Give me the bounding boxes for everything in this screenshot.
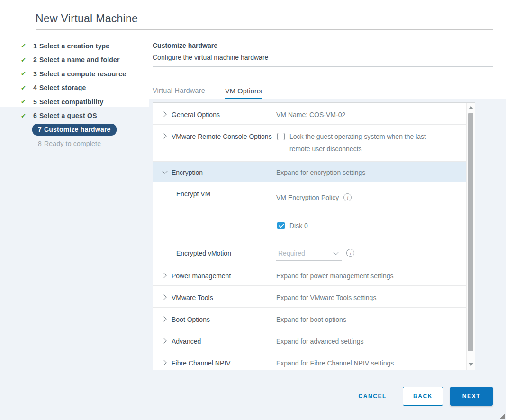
chevron-right-icon[interactable] — [161, 338, 166, 343]
row-label-cell: General Options — [153, 109, 276, 124]
row-vmrc-options[interactable]: VMware Remote Console OptionsLock the gu… — [153, 125, 467, 162]
row-label-cell: Encrypt VM — [153, 188, 276, 207]
next-button[interactable]: NEXT — [450, 387, 493, 406]
row-boot-options[interactable]: Boot OptionsExpand for boot options — [153, 308, 467, 329]
row-label-cell: VMware Tools — [153, 292, 276, 307]
row-value-cell: Expand for power management settings — [276, 270, 467, 285]
checkmark-icon: ✔ — [21, 84, 33, 91]
chevron-right-icon[interactable] — [161, 360, 166, 365]
row-label-cell: Encryption — [153, 166, 276, 182]
scrollbar[interactable] — [466, 103, 475, 370]
scrollbar-thumb[interactable] — [468, 113, 473, 351]
pane-title: Customize hardware — [153, 42, 217, 49]
row-label: Power management — [172, 272, 231, 280]
row-value-cell: VM Encryption Policyi — [276, 188, 467, 207]
step-7[interactable]: 7Customize hardware — [21, 123, 150, 137]
row-disk-0[interactable]: Disk 0 — [153, 207, 467, 241]
row-value: Expand for Fibre Channel NPIV settings — [276, 357, 394, 369]
row-label-cell: VMware Remote Console Options — [153, 130, 276, 161]
chevron-right-icon[interactable] — [161, 273, 166, 278]
step-text: Select a compute resource — [39, 70, 126, 78]
row-label-cell — [153, 219, 276, 241]
info-icon[interactable]: i — [346, 249, 354, 257]
row-value-cell: VM Name: COS-VM-02 — [276, 109, 467, 124]
row-value-cell: Expand for encryption settings — [276, 166, 467, 182]
checkbox-label: Disk 0 — [289, 219, 308, 232]
resize-handle-icon[interactable] — [499, 413, 505, 419]
step-label: 6Select a guest OS — [33, 112, 97, 119]
row-fibre-channel-npiv[interactable]: Fibre Channel NPIVExpand for Fibre Chann… — [153, 351, 467, 370]
step-text: Select a creation type — [39, 42, 109, 50]
checkbox[interactable] — [277, 133, 285, 140]
row-general-options[interactable]: General OptionsVM Name: COS-VM-02 — [153, 103, 467, 125]
step-6[interactable]: ✔6Select a guest OS — [21, 109, 150, 123]
back-button[interactable]: BACK — [403, 387, 443, 406]
row-encrypt-vm[interactable]: Encrypt VMVM Encryption Policyi — [153, 182, 467, 207]
row-label: Boot Options — [172, 316, 210, 323]
row-vmware-tools[interactable]: VMware ToolsExpand for VMware Tools sett… — [153, 286, 467, 308]
row-encrypted-vmotion[interactable]: Encrypted vMotionRequiredi — [153, 241, 467, 264]
chevron-down-icon — [333, 249, 338, 255]
step-label: 7Customize hardware — [32, 124, 117, 136]
tab-virtual-hardware[interactable]: Virtual Hardware — [153, 87, 205, 99]
row-encryption[interactable]: EncryptionExpand for encryption settings — [153, 162, 467, 182]
step-label: 1Select a creation type — [33, 42, 109, 50]
step-number: 6 — [33, 112, 37, 119]
step-label: 3Select a compute resource — [33, 70, 126, 78]
info-icon[interactable]: i — [343, 193, 352, 201]
row-value-cell: Expand for advanced settings — [276, 335, 467, 351]
checkbox[interactable] — [277, 222, 285, 229]
chevron-right-icon[interactable] — [161, 294, 166, 300]
row-power-management[interactable]: Power managementExpand for power managem… — [153, 264, 467, 286]
tab-vm-options[interactable]: VM Options — [225, 87, 262, 99]
step-text: Customize hardware — [44, 126, 111, 133]
row-value-cell: Expand for VMware Tools settings — [276, 292, 467, 307]
tab-bar: Virtual HardwareVM Options — [153, 81, 493, 99]
select-dropdown[interactable]: Required — [276, 247, 342, 261]
row-advanced[interactable]: AdvancedExpand for advanced settings — [153, 329, 467, 351]
row-value-cell: Disk 0 — [276, 219, 467, 241]
chevron-right-icon[interactable] — [161, 111, 166, 117]
step-text: Select compatibility — [39, 98, 103, 106]
step-3[interactable]: ✔3Select a compute resource — [21, 67, 150, 81]
row-value: Expand for encryption settings — [276, 166, 365, 179]
wizard-footer: CANCEL BACK NEXT — [354, 387, 493, 406]
title-divider — [36, 29, 493, 30]
checkmark-icon: ✔ — [21, 56, 33, 64]
chevron-down-icon[interactable] — [162, 168, 167, 173]
row-label: VMware Tools — [172, 294, 213, 301]
step-4[interactable]: ✔4Select storage — [21, 81, 150, 95]
pane-divider — [153, 66, 493, 67]
checkmark-icon: ✔ — [21, 98, 33, 105]
chevron-right-icon[interactable] — [161, 133, 166, 138]
scroll-up-icon[interactable] — [469, 106, 473, 109]
vm-options-table: General OptionsVM Name: COS-VM-02VMware … — [153, 102, 475, 370]
checkmark-icon: ✔ — [21, 112, 33, 119]
step-text: Ready to complete — [44, 140, 101, 147]
step-label: 5Select compatibility — [33, 98, 103, 106]
row-value: Expand for VMware Tools settings — [276, 292, 376, 304]
row-label: Encryption — [172, 169, 203, 176]
step-text: Select storage — [39, 84, 86, 91]
step-number: 5 — [33, 98, 37, 106]
step-list: ✔1Select a creation type✔2Select a name … — [21, 39, 150, 151]
step-1[interactable]: ✔1Select a creation type — [21, 39, 150, 53]
row-label: General Options — [172, 111, 220, 119]
wizard-title: New Virtual Machine — [36, 12, 138, 25]
row-value: Expand for advanced settings — [276, 335, 363, 347]
chevron-right-icon[interactable] — [161, 316, 166, 321]
step-number: 1 — [33, 42, 37, 50]
step-number: 7 — [38, 126, 42, 133]
vm-options-rows: General OptionsVM Name: COS-VM-02VMware … — [153, 103, 467, 370]
step-2[interactable]: ✔2Select a name and folder — [21, 53, 150, 67]
row-value-cell: Expand for Fibre Channel NPIV settings — [276, 357, 467, 370]
row-label-cell: Advanced — [153, 335, 276, 351]
cancel-button[interactable]: CANCEL — [354, 388, 390, 404]
step-number: 3 — [33, 70, 37, 78]
step-number: 4 — [33, 84, 37, 91]
step-number: 8 — [38, 140, 42, 147]
step-5[interactable]: ✔5Select compatibility — [21, 95, 150, 109]
scroll-down-icon[interactable] — [469, 363, 473, 366]
select-value: Required — [278, 247, 305, 259]
row-label: Encrypted vMotion — [176, 249, 231, 257]
